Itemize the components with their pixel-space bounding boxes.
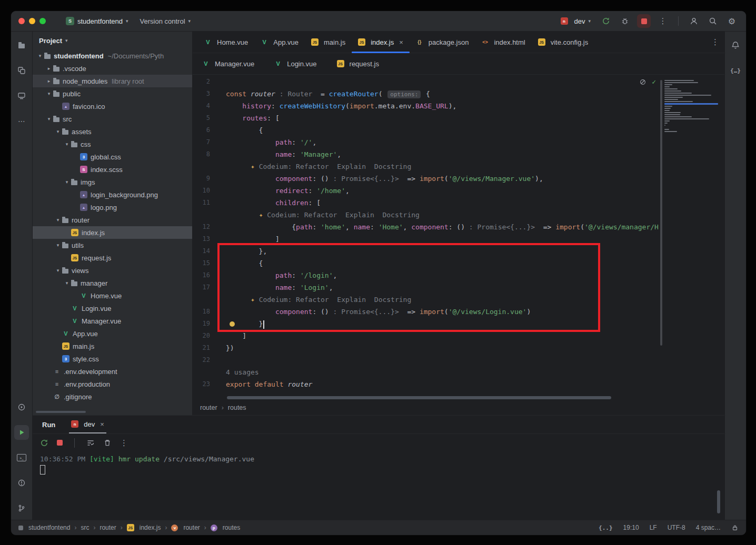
tab-options-icon[interactable]: ⋮ bbox=[711, 37, 719, 47]
tree-item[interactable]: ▾views bbox=[33, 264, 192, 277]
tree-item[interactable]: Sindex.scss bbox=[33, 163, 192, 176]
code-token[interactable]: Refactor bbox=[296, 163, 329, 170]
code-line[interactable]: ✦ Codeium: Refactor Explain Docstring bbox=[193, 294, 724, 306]
tree-item[interactable]: ▾utils bbox=[33, 239, 192, 251]
project-tool-icon[interactable] bbox=[14, 38, 29, 53]
breadcrumb-item-router[interactable]: router bbox=[200, 404, 217, 411]
tree-item[interactable]: ▾css bbox=[33, 138, 192, 150]
rerun-icon[interactable] bbox=[40, 439, 48, 447]
stop-icon[interactable] bbox=[57, 438, 63, 448]
tree-item[interactable]: 3style.css bbox=[33, 352, 192, 365]
rerun-button[interactable] bbox=[599, 14, 613, 28]
tab-index.js[interactable]: JSindex.js× bbox=[352, 32, 410, 53]
status-crumb-router[interactable]: router bbox=[100, 524, 116, 531]
tree-item[interactable]: ≡.env.production bbox=[33, 378, 192, 390]
code-style-icon[interactable]: {..} bbox=[599, 524, 613, 531]
minimap[interactable] bbox=[664, 77, 719, 134]
inspection-widget[interactable]: ✓ bbox=[639, 78, 656, 86]
tab-Login.vue[interactable]: VLogin.vue bbox=[270, 53, 321, 74]
code-line[interactable]: 10 redirect: '/home', bbox=[193, 185, 724, 197]
search-icon[interactable] bbox=[706, 14, 720, 28]
tree-item[interactable]: JSmain.js bbox=[33, 340, 192, 352]
tree-item[interactable]: ∅.gitignore bbox=[33, 390, 192, 403]
editor-hscrollbar[interactable] bbox=[193, 395, 724, 400]
ai-assistant-icon[interactable]: {…} bbox=[728, 63, 743, 78]
code-line[interactable]: 21}) bbox=[193, 342, 724, 354]
close-icon[interactable]: × bbox=[399, 38, 403, 46]
code-line[interactable]: 18 component: () : Promise<{...}> => imp… bbox=[193, 306, 724, 318]
code-line[interactable]: 19 } bbox=[193, 318, 724, 330]
problems-tool-icon[interactable] bbox=[14, 476, 29, 490]
run-tab-dev[interactable]: n dev × bbox=[69, 416, 106, 433]
code-token[interactable]: Docstring bbox=[374, 163, 411, 170]
code-line[interactable]: ✦ Codeium: Refactor Explain Docstring bbox=[193, 160, 724, 173]
notifications-bell-icon[interactable] bbox=[728, 38, 743, 53]
code-line[interactable]: 9 component: () : Promise<{...}> => impo… bbox=[193, 173, 724, 185]
code-line[interactable]: 7 path: '/', bbox=[193, 136, 724, 148]
file-encoding[interactable]: UTF-8 bbox=[668, 524, 685, 531]
run-console[interactable]: 10:36:52 PM [vite] hmr update /src/views… bbox=[33, 452, 724, 520]
tree-item[interactable]: ▲favicon.ico bbox=[33, 100, 192, 113]
run-tool-icon[interactable] bbox=[14, 425, 29, 440]
vcs-widget[interactable]: Version control ▾ bbox=[137, 16, 194, 27]
tab-App.vue[interactable]: VApp.vue bbox=[254, 32, 305, 53]
code-line[interactable]: 3const router : Router = createRouter( o… bbox=[193, 88, 724, 100]
commit-tool-icon[interactable] bbox=[14, 63, 29, 78]
code-token[interactable]: Explain bbox=[345, 211, 374, 219]
maximize-window-button[interactable] bbox=[39, 18, 46, 24]
more-options-icon[interactable]: ⋮ bbox=[120, 438, 128, 448]
code-token[interactable]: Refactor bbox=[304, 211, 337, 219]
code-token[interactable]: Docstring bbox=[382, 211, 419, 219]
breadcrumb-item-routes[interactable]: routes bbox=[228, 404, 246, 411]
tree-item[interactable]: ▾src bbox=[33, 113, 192, 125]
code-token[interactable]: Docstring bbox=[374, 296, 411, 304]
status-crumb-routes[interactable]: proutes bbox=[211, 524, 240, 531]
code-line[interactable]: 8 name: 'Manager', bbox=[193, 148, 724, 160]
status-crumb-studentfontend[interactable]: studentfontend bbox=[18, 524, 70, 531]
more-actions-icon[interactable]: ⋮ bbox=[656, 14, 670, 28]
code-line[interactable]: 4 history: createWebHistory(import.meta.… bbox=[193, 100, 724, 112]
project-widget[interactable]: S studentfontend ▾ bbox=[63, 15, 132, 27]
close-window-button[interactable] bbox=[18, 18, 25, 24]
tree-item[interactable]: VManager.vue bbox=[33, 315, 192, 327]
intention-bulb-icon[interactable] bbox=[230, 321, 235, 327]
tree-item[interactable]: ▲login_background.png bbox=[33, 188, 192, 201]
tab-request.js[interactable]: JSrequest.js bbox=[333, 53, 383, 74]
soft-wrap-icon[interactable] bbox=[86, 439, 95, 447]
more-tools-icon[interactable]: ⋯ bbox=[14, 114, 29, 128]
lock-icon[interactable] bbox=[731, 524, 739, 531]
code-line[interactable]: 23export default router bbox=[193, 378, 724, 390]
tree-item[interactable]: ▲logo.png bbox=[33, 201, 192, 214]
git-branch-icon[interactable] bbox=[14, 501, 29, 516]
tree-item[interactable]: ▾assets bbox=[33, 125, 192, 138]
code-editor[interactable]: 23const router : Router = createRouter( … bbox=[193, 75, 724, 395]
tab-index.html[interactable]: <>index.html bbox=[475, 32, 531, 53]
terminal-tool-icon[interactable]: >_ bbox=[14, 450, 29, 465]
status-crumb-index.js[interactable]: JSindex.js bbox=[127, 524, 161, 531]
stop-button[interactable] bbox=[637, 14, 651, 28]
run-anything-icon[interactable] bbox=[14, 400, 29, 415]
tab-main.js[interactable]: JSmain.js bbox=[305, 32, 352, 53]
tree-item[interactable]: ▸node_moduleslibrary root bbox=[33, 75, 192, 87]
console-vscrollbar[interactable] bbox=[717, 490, 720, 513]
code-line[interactable]: 22 bbox=[193, 354, 724, 366]
tree-item[interactable]: JSindex.js bbox=[33, 226, 192, 239]
tree-item[interactable]: ▾public bbox=[33, 87, 192, 100]
tab-Home.vue[interactable]: VHome.vue bbox=[198, 32, 254, 53]
editor-vscrollbar[interactable] bbox=[660, 80, 662, 346]
code-token[interactable]: Explain bbox=[337, 163, 366, 170]
code-line[interactable]: 12 {path: 'home', name: 'Home', componen… bbox=[193, 221, 724, 233]
code-line[interactable]: 11 children: [ bbox=[193, 197, 724, 209]
clear-console-icon[interactable] bbox=[103, 439, 112, 447]
tree-item[interactable]: ▾manager bbox=[33, 277, 192, 289]
status-crumb-src[interactable]: src bbox=[81, 524, 89, 531]
tree-item[interactable]: ▾router bbox=[33, 214, 192, 226]
tree-item[interactable]: ≡.env.development bbox=[33, 365, 192, 378]
structure-tool-icon[interactable] bbox=[14, 88, 29, 103]
tree-item[interactable]: ▸.vscode bbox=[33, 62, 192, 75]
code-line[interactable]: 17 name: 'Login', bbox=[193, 281, 724, 294]
minimize-window-button[interactable] bbox=[29, 18, 35, 24]
code-line[interactable]: 5 routes: [ bbox=[193, 112, 724, 124]
code-token[interactable]: Refactor bbox=[296, 296, 329, 304]
tree-item[interactable]: ▾imgs bbox=[33, 176, 192, 188]
